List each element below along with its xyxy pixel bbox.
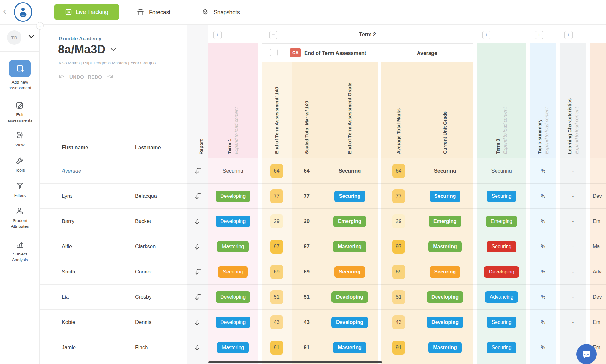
grade-chip[interactable]: Emerging bbox=[429, 216, 461, 227]
grade-chip[interactable]: Developing bbox=[216, 191, 250, 202]
score-chip[interactable]: 97 bbox=[270, 240, 283, 254]
sidebar-divider bbox=[0, 235, 40, 235]
sidebar-item-filters[interactable]: Filters bbox=[0, 181, 40, 198]
score-chip[interactable]: 69 bbox=[392, 265, 405, 279]
report-button[interactable] bbox=[193, 292, 203, 302]
eota-collapse-button[interactable]: − bbox=[270, 49, 278, 56]
grade-chip[interactable]: Mastering bbox=[333, 241, 366, 252]
term1-expand-button[interactable]: + bbox=[213, 31, 222, 39]
grade-chip[interactable]: Developing bbox=[484, 266, 519, 278]
sidebar-divider bbox=[0, 126, 40, 126]
score-chip[interactable]: 43 bbox=[270, 315, 283, 329]
grade-chip[interactable]: Securing bbox=[334, 191, 365, 202]
grade-chip[interactable]: Mastering bbox=[333, 342, 366, 353]
topic-summary-value: % bbox=[541, 320, 545, 325]
sidebar-item-subject-analysis[interactable]: Subject Analysis bbox=[0, 240, 40, 263]
topic-column-label: Topic summaryExpand to load content bbox=[536, 107, 550, 154]
undo-icon[interactable] bbox=[58, 74, 66, 79]
grade-chip[interactable]: Developing bbox=[427, 317, 463, 328]
forecast-icon bbox=[136, 8, 145, 16]
first-name-header: First name bbox=[62, 144, 88, 150]
score-chip[interactable]: 91 bbox=[270, 341, 283, 355]
redo-button[interactable]: REDO bbox=[88, 74, 102, 79]
tab-live-tracking[interactable]: Live Tracking bbox=[54, 4, 119, 20]
tab-forecast[interactable]: Forecast bbox=[136, 0, 170, 25]
score-chip[interactable]: 29 bbox=[392, 214, 405, 228]
score-chip[interactable]: 64 bbox=[270, 164, 283, 178]
report-button[interactable] bbox=[193, 267, 203, 277]
first-name: Barry bbox=[62, 218, 74, 224]
sidebar-item-view[interactable]: View bbox=[0, 131, 40, 148]
grade-chip[interactable]: Emerging bbox=[333, 216, 366, 227]
grade-chip[interactable]: Developing bbox=[331, 291, 368, 303]
user-avatar[interactable]: TB bbox=[7, 30, 21, 45]
report-button[interactable] bbox=[193, 317, 203, 327]
grade-chip[interactable]: Securing bbox=[218, 266, 247, 278]
grade-chip[interactable]: Mastering bbox=[428, 342, 462, 353]
undo-button[interactable]: UNDO bbox=[69, 74, 84, 79]
sidebar-collapse-button[interactable]: › bbox=[36, 22, 44, 30]
score-chip[interactable]: 29 bbox=[270, 214, 283, 228]
report-button[interactable] bbox=[193, 242, 203, 252]
snapshots-icon bbox=[201, 8, 209, 16]
grade-chip[interactable]: Securing bbox=[334, 266, 365, 278]
table-row: AlfieClarksonMastering9797Mastering97Mas… bbox=[0, 234, 606, 259]
chevron-down-icon[interactable] bbox=[28, 35, 34, 38]
eota-underline bbox=[262, 62, 378, 62]
live-tracking-icon bbox=[65, 9, 72, 15]
grade-chip[interactable]: Securing bbox=[487, 342, 516, 353]
term3-expand-button[interactable]: + bbox=[482, 31, 490, 39]
grade-chip[interactable]: Securing bbox=[487, 241, 516, 252]
lc-header-band[interactable]: Learning CharacteristicsExpand to load c… bbox=[560, 43, 586, 158]
sidebar-item-tools[interactable]: Tools bbox=[0, 156, 40, 173]
grade-chip[interactable]: Mastering bbox=[217, 342, 249, 353]
grade-chip[interactable]: Developing bbox=[216, 216, 250, 227]
score-chip[interactable]: 51 bbox=[392, 290, 405, 304]
topic-expand-button[interactable]: + bbox=[535, 31, 543, 39]
grade-chip[interactable]: Developing bbox=[427, 291, 463, 303]
report-button[interactable] bbox=[193, 216, 203, 226]
redo-icon[interactable] bbox=[106, 74, 114, 79]
chat-widget-button[interactable] bbox=[576, 344, 597, 364]
sidebar-item-edit-assessments[interactable]: Edit assessments bbox=[0, 100, 40, 123]
last-name: Bucket bbox=[135, 218, 151, 224]
term2-collapse-button[interactable]: − bbox=[269, 31, 277, 39]
term3-header-band[interactable]: Term 3Expand to load content bbox=[477, 43, 526, 158]
grade-chip[interactable]: Securing bbox=[430, 191, 460, 202]
horizontal-scrollbar[interactable] bbox=[208, 361, 382, 363]
grade-chip[interactable]: Developing bbox=[216, 291, 250, 303]
topic-summary-value: % bbox=[541, 219, 545, 224]
grade-chip[interactable]: Securing bbox=[487, 317, 516, 328]
report-button[interactable] bbox=[193, 343, 203, 353]
learning-characteristics-value: - bbox=[572, 269, 574, 275]
score-chip[interactable]: 91 bbox=[392, 341, 405, 355]
score-chip[interactable]: 64 bbox=[392, 164, 405, 178]
term1-header-band[interactable]: Term 1Expand to load content bbox=[208, 43, 258, 158]
grade-chip[interactable]: Mastering bbox=[428, 241, 462, 252]
grade-chip[interactable]: Mastering bbox=[217, 241, 249, 252]
score-chip[interactable]: 97 bbox=[392, 240, 405, 254]
sidebar-item-student-attributes[interactable]: Student Attributes bbox=[0, 206, 40, 229]
back-button[interactable]: ‹ bbox=[3, 6, 6, 16]
grade-chip[interactable]: Securing bbox=[430, 266, 460, 278]
add-assessment-button[interactable] bbox=[9, 60, 31, 77]
score-chip[interactable]: 51 bbox=[270, 290, 283, 304]
score-chip[interactable]: 69 bbox=[270, 265, 283, 279]
avgm-header-band: Average Total Marks bbox=[381, 62, 417, 158]
class-selector[interactable]: 8a/Ma3D bbox=[58, 43, 116, 56]
report-button[interactable] bbox=[193, 191, 203, 201]
grade-chip[interactable]: Emerging bbox=[486, 216, 517, 227]
grade-chip[interactable]: Developing bbox=[331, 317, 368, 328]
learning-characteristics-value: - bbox=[572, 168, 574, 174]
grade-chip[interactable]: Developing bbox=[216, 317, 250, 328]
score-chip[interactable]: 77 bbox=[270, 189, 283, 203]
sidebar-item-add-new-assessment[interactable]: Add new assessment bbox=[0, 60, 40, 91]
lc-expand-button[interactable]: + bbox=[564, 31, 573, 39]
score-chip[interactable]: 77 bbox=[392, 189, 405, 203]
tab-snapshots[interactable]: Snapshots bbox=[201, 0, 240, 25]
grade-chip[interactable]: Advancing bbox=[485, 291, 518, 303]
report-button[interactable] bbox=[193, 166, 203, 176]
score-chip[interactable]: 43 bbox=[392, 315, 405, 329]
topic-header-band[interactable]: Topic summaryExpand to load content bbox=[530, 43, 556, 158]
grade-chip[interactable]: Securing bbox=[487, 191, 516, 202]
